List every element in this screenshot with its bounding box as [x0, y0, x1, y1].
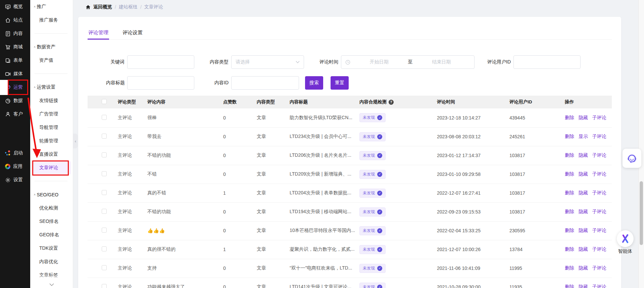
action-sub-comments[interactable]: 子评论: [592, 209, 606, 214]
submenu-item-friend-links[interactable]: 友情链接: [30, 94, 73, 107]
action-sub-comments[interactable]: 子评论: [592, 152, 606, 158]
submenu-item-tdk-settings[interactable]: TDK设置: [30, 242, 73, 255]
row-checkbox[interactable]: [102, 134, 107, 139]
sidebar-item-media[interactable]: 媒体: [0, 67, 30, 81]
sidebar-item-customer[interactable]: 客户: [0, 107, 30, 121]
content-id-input[interactable]: [231, 76, 299, 90]
submenu-item-ad-management[interactable]: 广告管理: [30, 107, 73, 121]
submenu-section-seo-geo[interactable]: ∧SEO/GEO: [30, 188, 73, 201]
help-icon[interactable]: ?: [389, 100, 394, 105]
comment-user-id-input[interactable]: [513, 55, 581, 69]
content-type-select[interactable]: 请选择: [231, 55, 304, 69]
action-toggle-visibility[interactable]: 隐藏: [579, 228, 588, 233]
tab-bar: 评论管理 评论设置: [88, 26, 612, 40]
submenu-item-asset-value[interactable]: 资产值: [30, 54, 73, 67]
submenu-item-nav-management[interactable]: 导航管理: [30, 121, 73, 134]
cell-comment-user-id: 11995: [509, 259, 565, 278]
row-checkbox[interactable]: [102, 209, 107, 214]
action-sub-comments[interactable]: 子评论: [592, 246, 606, 252]
action-toggle-visibility[interactable]: 隐藏: [579, 265, 588, 271]
select-all-checkbox[interactable]: [102, 99, 107, 104]
sidebar-item-mall[interactable]: 商城: [0, 40, 30, 54]
row-checkbox[interactable]: [102, 190, 107, 195]
action-toggle-visibility[interactable]: 显示: [579, 134, 588, 139]
submenu-item-seo-rank[interactable]: SEO排名: [30, 215, 73, 228]
scrollbar-thumb[interactable]: [640, 181, 643, 245]
breadcrumb-site-hub[interactable]: 建站枢纽: [119, 4, 138, 10]
tab-comment-settings[interactable]: 评论设置: [122, 26, 143, 39]
home-icon[interactable]: [86, 5, 91, 10]
sidebar-item-settings[interactable]: 设置: [0, 173, 30, 187]
keyword-input[interactable]: [127, 55, 194, 69]
submenu-item-optimization-check[interactable]: 优化检测: [30, 201, 73, 215]
action-delete[interactable]: 删除: [565, 115, 574, 120]
action-delete[interactable]: 删除: [565, 284, 574, 288]
action-sub-comments[interactable]: 子评论: [592, 265, 606, 271]
action-sub-comments[interactable]: 子评论: [592, 171, 606, 177]
row-checkbox[interactable]: [102, 115, 107, 120]
action-toggle-visibility[interactable]: 隐藏: [579, 152, 588, 158]
sidebar-collapse-handle[interactable]: ‹: [73, 134, 78, 148]
action-toggle-visibility[interactable]: 隐藏: [579, 284, 588, 288]
cell-content-title: 10本芒格巴菲特段永平等国内...: [290, 221, 359, 240]
submenu-section-promotion[interactable]: ∧推广: [30, 0, 73, 13]
submenu-item-geo-rank[interactable]: GEO排名: [30, 228, 73, 242]
action-toggle-visibility[interactable]: 隐藏: [579, 190, 588, 195]
action-toggle-visibility[interactable]: 隐藏: [579, 209, 588, 214]
sidebar-item-data[interactable]: 数据: [0, 94, 30, 107]
row-checkbox[interactable]: [102, 284, 107, 288]
cell-content-title: 凝聚共识，助力数字化，贰贰...: [290, 240, 359, 259]
row-checkbox[interactable]: [102, 152, 107, 157]
expand-more-button[interactable]: [30, 282, 73, 287]
action-toggle-visibility[interactable]: 隐藏: [579, 246, 588, 252]
sidebar-item-apps[interactable]: 应用: [0, 160, 30, 173]
content-title-input[interactable]: [127, 76, 194, 90]
row-checkbox[interactable]: [102, 246, 107, 251]
tab-comment-management[interactable]: 评论管理: [88, 26, 109, 39]
customer-service-button[interactable]: [623, 149, 641, 168]
action-toggle-visibility[interactable]: 隐藏: [579, 115, 588, 120]
action-toggle-visibility[interactable]: 隐藏: [579, 171, 588, 177]
sidebar-item-content[interactable]: 内容: [0, 27, 30, 40]
row-checkbox[interactable]: [102, 228, 107, 233]
action-sub-comments[interactable]: 子评论: [592, 228, 606, 233]
action-delete[interactable]: 删除: [565, 246, 574, 252]
action-sub-comments[interactable]: 子评论: [592, 134, 606, 139]
action-sub-comments[interactable]: 子评论: [592, 190, 606, 195]
action-sub-comments[interactable]: 子评论: [592, 115, 606, 120]
search-button[interactable]: 搜索: [305, 76, 323, 90]
table-row: 主评论 很棒 0 文章 助力数智化升级|LTD荣获CN... 未发现✓ 2023…: [88, 108, 612, 127]
action-delete[interactable]: 删除: [565, 152, 574, 158]
sidebar-item-site[interactable]: 站点: [0, 13, 30, 27]
submenu-item-promotion-service[interactable]: 推广服务: [30, 13, 73, 27]
reset-button[interactable]: 重置: [331, 76, 349, 90]
sidebar-item-launch[interactable]: 启动: [0, 146, 30, 160]
action-delete[interactable]: 删除: [565, 171, 574, 177]
submenu-item-carousel-management[interactable]: 轮播管理: [30, 134, 73, 148]
action-delete[interactable]: 删除: [565, 228, 574, 233]
ai-agent-button[interactable]: [617, 230, 634, 247]
action-delete[interactable]: 删除: [565, 209, 574, 214]
row-checkbox[interactable]: [102, 171, 107, 176]
action-delete[interactable]: 删除: [565, 265, 574, 271]
submenu-item-article-comments[interactable]: 文章评论: [32, 161, 71, 175]
cell-likes: 0: [223, 259, 257, 278]
comment-time-range-picker[interactable]: 开始日期 至 结束日期: [341, 55, 475, 69]
start-date-placeholder[interactable]: 开始日期: [350, 59, 408, 65]
row-checkbox[interactable]: [102, 265, 107, 270]
sidebar-item-overview[interactable]: 概览: [0, 0, 30, 13]
action-delete[interactable]: 删除: [565, 190, 574, 195]
action-delete[interactable]: 删除: [565, 134, 574, 139]
page-scrollbar[interactable]: [638, 0, 644, 288]
sidebar-item-form[interactable]: 表单: [0, 54, 30, 67]
submenu-item-content-optimization[interactable]: 内容优化: [30, 255, 73, 269]
breadcrumb-back-overview[interactable]: 返回概览: [93, 4, 112, 10]
action-sub-comments[interactable]: 子评论: [592, 284, 606, 288]
submenu-item-live-settings[interactable]: 直播设置: [30, 148, 73, 161]
submenu-section-data-assets[interactable]: ∧数据资产: [30, 40, 73, 54]
end-date-placeholder[interactable]: 结束日期: [413, 59, 470, 65]
compliance-badge: 未发现✓: [359, 283, 386, 288]
cell-comment-type: 主评论: [118, 202, 147, 221]
cell-comment-time: 2022-02-04 15:33:25: [437, 221, 509, 240]
submenu-section-operation-settings[interactable]: ∧运营设置: [30, 81, 73, 94]
